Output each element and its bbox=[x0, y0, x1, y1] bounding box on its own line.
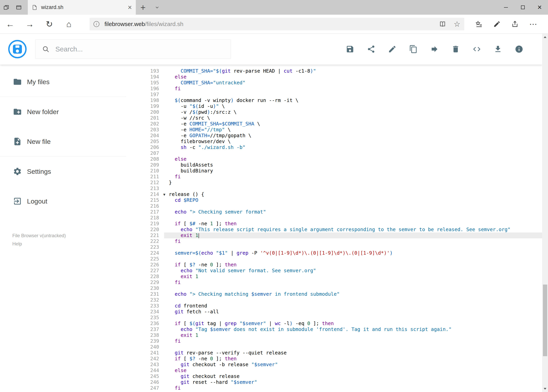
close-window-button[interactable]: × bbox=[531, 0, 548, 15]
code-line[interactable]: 202 -e COMMIT_SHA=$COMMIT_SHA \ bbox=[126, 121, 542, 127]
code-line[interactable]: 234 git fetch --all bbox=[126, 309, 542, 315]
code-line[interactable]: 228 exit 1 bbox=[126, 273, 542, 280]
code-line[interactable]: 225 bbox=[126, 256, 542, 262]
share-icon[interactable] bbox=[511, 20, 519, 28]
code-line[interactable]: 195 COMMIT_SHA="untracked" bbox=[126, 80, 542, 86]
site-info-icon[interactable]: i bbox=[94, 21, 99, 27]
code-line[interactable]: 231 echo "> Checking matching $semver in… bbox=[126, 291, 542, 297]
tab-close-icon[interactable]: × bbox=[128, 4, 132, 11]
sidebar-item-logout[interactable]: Logout bbox=[0, 186, 126, 216]
code-line[interactable]: 200 -v /$(pwd):/src:z \ bbox=[126, 109, 542, 115]
share-button[interactable] bbox=[367, 45, 375, 53]
code-line[interactable]: 229 fi bbox=[126, 280, 542, 285]
forward-button[interactable]: → bbox=[23, 17, 37, 31]
code-line[interactable]: 201 -w //src \ bbox=[126, 115, 542, 121]
code-line[interactable]: 240 bbox=[126, 344, 542, 350]
code-line[interactable]: 203 -e HOME="//tmp" \ bbox=[126, 127, 542, 133]
sidebar-item-settings[interactable]: Settings bbox=[0, 157, 126, 186]
scrollbar-thumb[interactable] bbox=[543, 285, 547, 356]
download-button[interactable] bbox=[494, 45, 502, 53]
code-line[interactable]: 207 bbox=[126, 150, 542, 156]
web-note-pen-icon[interactable] bbox=[493, 20, 501, 28]
maximize-button[interactable] bbox=[514, 0, 531, 15]
code-line[interactable]: 210 buildBinary bbox=[126, 168, 542, 174]
code-line[interactable]: 212} bbox=[126, 180, 542, 186]
code-line[interactable]: 247 fi bbox=[126, 385, 542, 391]
code-line[interactable]: 241 git rev-parse --verify --quiet relea… bbox=[126, 350, 542, 356]
scroll-up-arrow[interactable] bbox=[542, 34, 548, 40]
code-line[interactable]: 233 cd frontend bbox=[126, 303, 542, 309]
favorites-hub-icon[interactable] bbox=[475, 20, 483, 28]
more-options-icon[interactable]: ⋯ bbox=[529, 20, 537, 28]
code-line[interactable]: 221 exit 1 bbox=[126, 232, 542, 238]
code-line[interactable]: 196 fi bbox=[126, 86, 542, 91]
sidebar-item-my-files[interactable]: My files bbox=[0, 67, 126, 97]
home-button[interactable]: ⌂ bbox=[62, 17, 76, 31]
back-button[interactable]: ← bbox=[3, 17, 17, 31]
reading-view-icon[interactable] bbox=[439, 21, 446, 28]
code-line[interactable]: 245 git checkout release bbox=[126, 373, 542, 379]
code-line[interactable]: 206 sh -c "./wizard.sh -b" bbox=[126, 144, 542, 150]
edit-button[interactable] bbox=[388, 45, 396, 53]
code-line[interactable]: 216 bbox=[126, 203, 542, 209]
set-tabs-aside-button[interactable] bbox=[13, 0, 25, 15]
code-line[interactable]: 217 echo "> Checking semver format" bbox=[126, 209, 542, 215]
browser-tab[interactable]: wizard.sh × bbox=[28, 0, 136, 15]
scroll-down-arrow[interactable] bbox=[542, 385, 548, 392]
code-line[interactable]: 193 COMMIT_SHA="$(git rev-parse HEAD | c… bbox=[126, 68, 542, 74]
code-editor[interactable]: 193 COMMIT_SHA="$(git rev-parse HEAD | c… bbox=[126, 65, 542, 392]
code-button[interactable] bbox=[472, 45, 481, 53]
minimize-button[interactable] bbox=[498, 0, 514, 15]
code-line[interactable]: 226 if [ $? -ne 0 ]; then bbox=[126, 262, 542, 268]
code-line[interactable]: 232 bbox=[126, 297, 542, 303]
show-set-aside-tabs-button[interactable] bbox=[0, 0, 13, 15]
code-line[interactable]: 222 fi bbox=[126, 238, 542, 244]
code-line[interactable]: 220 echo "This release script requires a… bbox=[126, 227, 542, 232]
sidebar-item-new-file[interactable]: New file bbox=[0, 127, 126, 156]
code-line[interactable]: 244 else bbox=[126, 368, 542, 373]
code-line[interactable]: 204 -e GOPATH=//tmp/gopath \ bbox=[126, 133, 542, 139]
code-line[interactable]: 236 if [ $(git tag | grep "$semver" | wc… bbox=[126, 321, 542, 326]
search-input[interactable] bbox=[55, 45, 216, 53]
code-line[interactable]: 208 else bbox=[126, 156, 542, 162]
code-line[interactable]: 198 $(command -v winpty) docker run --rm… bbox=[126, 98, 542, 103]
filebrowser-logo[interactable] bbox=[8, 40, 27, 58]
code-line[interactable]: 242 if [ $? -ne 0 ]; then bbox=[126, 356, 542, 362]
code-line[interactable]: 238 exit 1 bbox=[126, 332, 542, 338]
add-favorite-star-icon[interactable]: ☆ bbox=[454, 20, 460, 28]
code-line[interactable]: 209 buildAssets bbox=[126, 162, 542, 168]
code-line[interactable]: 230 bbox=[126, 285, 542, 291]
code-line[interactable]: 211 fi bbox=[126, 174, 542, 180]
save-button[interactable] bbox=[346, 45, 354, 53]
code-line[interactable]: 243 git checkout -b release "$semver" bbox=[126, 362, 542, 368]
fold-marker-icon[interactable]: ▾ bbox=[163, 192, 165, 197]
code-line[interactable]: 239 fi bbox=[126, 338, 542, 344]
refresh-button[interactable]: ↻ bbox=[42, 17, 56, 31]
copy-button[interactable] bbox=[409, 45, 418, 53]
code-line[interactable]: 218 bbox=[126, 215, 542, 221]
code-line[interactable]: 197 bbox=[126, 91, 542, 98]
code-line[interactable]: 227 echo "Not valid semver format. See s… bbox=[126, 268, 542, 273]
code-line[interactable]: 235 bbox=[126, 315, 542, 321]
code-line[interactable]: 224 semver=$(echo "$1" | grep -P '^v(0|[… bbox=[126, 250, 542, 256]
address-bar[interactable]: i filebrowser.web/files/wizard.sh ☆ bbox=[90, 18, 464, 30]
code-line[interactable]: 246 git reset --hard "$semver" bbox=[126, 379, 542, 385]
code-line[interactable]: 219 if [ $# -ne 1 ]; then bbox=[126, 221, 542, 227]
code-line[interactable]: 205 filebrowser/dev \ bbox=[126, 139, 542, 144]
delete-button[interactable] bbox=[451, 45, 460, 53]
search-box[interactable] bbox=[35, 40, 231, 59]
tab-preview-toggle[interactable] bbox=[150, 0, 164, 15]
code-line[interactable]: 214▾release () { bbox=[126, 191, 542, 197]
info-button[interactable] bbox=[515, 45, 523, 53]
help-link[interactable]: Help bbox=[12, 242, 126, 246]
new-tab-button[interactable]: + bbox=[136, 0, 150, 15]
code-line[interactable]: 213 bbox=[126, 186, 542, 191]
code-line[interactable]: 215 cd $REPO bbox=[126, 197, 542, 203]
sidebar-item-new-folder[interactable]: New folder bbox=[0, 97, 126, 127]
move-button[interactable] bbox=[430, 45, 439, 53]
code-line[interactable]: 199 -u "$(id -u)" \ bbox=[126, 103, 542, 109]
page-scrollbar[interactable] bbox=[542, 34, 548, 392]
code-line[interactable]: 223 bbox=[126, 244, 542, 250]
code-line[interactable]: 194 else bbox=[126, 74, 542, 80]
code-line[interactable]: 237 echo "Tag $semver does not exist in … bbox=[126, 326, 542, 332]
